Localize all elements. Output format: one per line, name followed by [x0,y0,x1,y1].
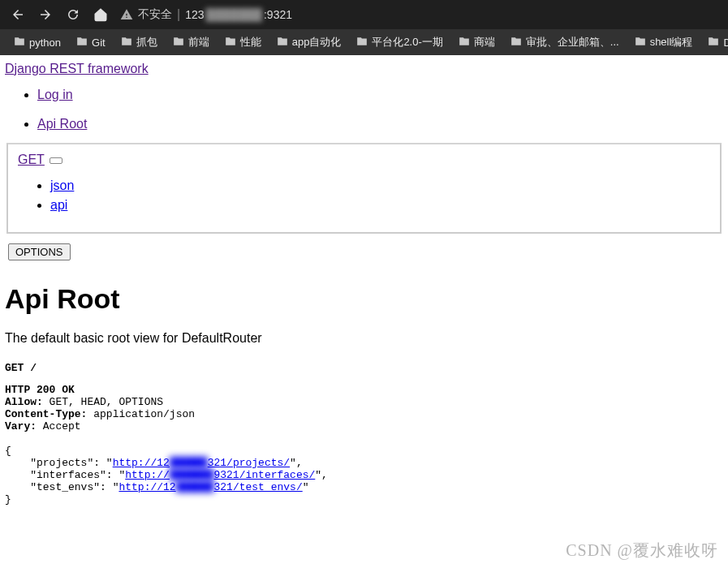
bookmark-bar: python Git 抓包 前端 性能 app自动化 平台化2.0-一期 商端 [0,29,728,55]
bookmark-python[interactable]: python [6,32,67,53]
testenvs-link[interactable]: http://12██████321/test_envs/ [118,481,302,493]
bookmark-xingneng[interactable]: 性能 [218,32,268,53]
home-icon [93,7,108,22]
forward-button[interactable] [34,3,57,26]
dropdown-toggle-icon[interactable] [50,157,62,164]
get-link[interactable]: GET [18,153,45,167]
warning-icon [120,8,133,21]
page-body: Django REST framework Log in Api Root GE… [0,55,728,515]
url-bar[interactable]: 不安全 | 123███████:9321 [117,7,722,22]
folder-icon [276,36,289,49]
arrow-left-icon [11,7,25,22]
back-button[interactable] [6,3,29,26]
folder-icon [707,36,720,49]
bookmark-git[interactable]: Git [69,32,112,53]
nav-bar: 不安全 | 123███████:9321 [0,0,728,29]
bookmark-shell[interactable]: shell编程 [627,32,700,53]
bookmark-platform[interactable]: 平台化2.0-一期 [349,32,449,53]
breadcrumb-link[interactable]: Api Root [37,117,87,131]
bookmark-qianduan[interactable]: 前端 [166,32,216,53]
separator: | [177,7,180,22]
folder-icon [75,36,88,49]
folder-icon [172,36,185,49]
format-panel: GET json api [6,143,722,234]
home-button[interactable] [89,3,112,26]
bookmark-dj[interactable]: Dj [700,32,728,53]
options-button[interactable]: OPTIONS [8,243,71,260]
page-description: The default basic root view for DefaultR… [5,331,723,346]
folder-icon [458,36,471,49]
folder-icon [13,36,26,49]
brand-link[interactable]: Django REST framework [5,62,149,75]
reload-button[interactable] [62,3,84,26]
page-title: Api Root [5,283,723,315]
security-label: 不安全 [138,7,172,22]
login-link[interactable]: Log in [37,88,73,101]
format-list: json api [18,179,710,213]
folder-icon [355,36,368,49]
interfaces-link[interactable]: http://███████9321/interfaces/ [125,469,315,481]
bookmark-shangduan[interactable]: 商端 [451,32,502,53]
auth-list: Log in Api Root [5,88,723,131]
folder-icon [224,36,237,49]
projects-link[interactable]: http://12██████321/projects/ [113,457,290,469]
reload-icon [66,7,80,22]
bookmark-shenpi[interactable]: 审批、企业邮箱、... [503,32,626,53]
format-api-link[interactable]: api [50,198,67,212]
browser-chrome: 不安全 | 123███████:9321 python Git 抓包 前端 性… [0,0,728,55]
url-text: 123███████:9321 [185,8,292,21]
folder-icon [634,36,647,49]
format-json-link[interactable]: json [50,179,74,192]
arrow-right-icon [38,7,53,22]
folder-icon [120,36,133,49]
response-headers: HTTP 200 OK Allow: GET, HEAD, OPTIONS Co… [5,384,723,506]
bookmark-zhuabao[interactable]: 抓包 [114,32,164,53]
bookmark-app[interactable]: app自动化 [269,32,348,53]
request-line: GET / [5,362,723,374]
folder-icon [510,36,523,49]
